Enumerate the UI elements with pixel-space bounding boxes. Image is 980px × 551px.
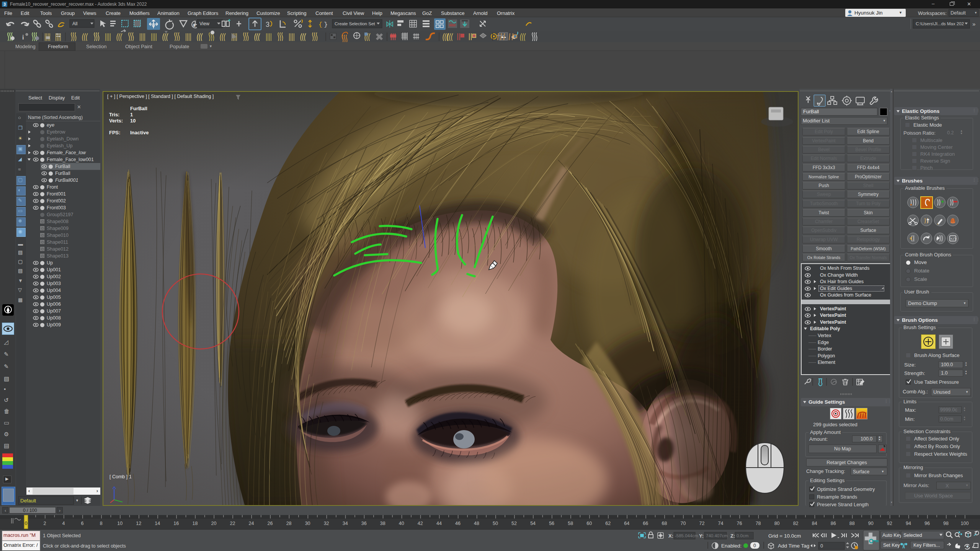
svg-text:52: 52 bbox=[511, 521, 517, 526]
svg-text:20: 20 bbox=[211, 521, 216, 526]
svg-text:Inactive: Inactive bbox=[130, 130, 149, 135]
svg-text:38: 38 bbox=[380, 521, 385, 526]
svg-text:4: 4 bbox=[62, 521, 65, 526]
svg-text:90: 90 bbox=[868, 521, 874, 526]
svg-text:Enabled:: Enabled: bbox=[721, 543, 742, 549]
svg-text:74: 74 bbox=[718, 521, 724, 526]
svg-text:All: All bbox=[72, 21, 77, 26]
svg-text:Create Selection Set: Create Selection Set bbox=[335, 21, 375, 26]
svg-text:C:\Users\JI...ds Max 202: C:\Users\JI...ds Max 202 bbox=[916, 21, 964, 26]
svg-text:70: 70 bbox=[680, 521, 686, 526]
svg-text:1: 1 bbox=[130, 112, 133, 117]
svg-text:18: 18 bbox=[192, 521, 198, 526]
svg-text:86: 86 bbox=[831, 521, 836, 526]
svg-text:3: 3 bbox=[193, 23, 195, 27]
svg-text:10: 10 bbox=[117, 521, 122, 526]
svg-text:3: 3 bbox=[266, 21, 270, 28]
svg-text:22: 22 bbox=[230, 521, 235, 526]
svg-text:98: 98 bbox=[943, 521, 949, 526]
svg-text:0: 0 bbox=[820, 543, 823, 549]
svg-text:60: 60 bbox=[586, 521, 592, 526]
svg-text:[ Comb ] 1: [ Comb ] 1 bbox=[109, 474, 132, 479]
svg-text:14: 14 bbox=[155, 521, 160, 526]
svg-text:58: 58 bbox=[568, 521, 573, 526]
svg-text:0: 0 bbox=[753, 543, 756, 548]
svg-text:Key Filters...: Key Filters... bbox=[913, 543, 940, 548]
svg-text:6: 6 bbox=[81, 521, 84, 526]
svg-text:76: 76 bbox=[737, 521, 742, 526]
svg-text:FPS:: FPS: bbox=[109, 130, 121, 135]
svg-text:8: 8 bbox=[100, 521, 103, 526]
svg-text:88: 88 bbox=[849, 521, 855, 526]
svg-text:Grid = 10.0cm: Grid = 10.0cm bbox=[768, 533, 801, 539]
svg-text:44: 44 bbox=[436, 521, 442, 526]
svg-text:36: 36 bbox=[361, 521, 367, 526]
svg-text:42: 42 bbox=[418, 521, 423, 526]
svg-text:96: 96 bbox=[924, 521, 930, 526]
svg-text:64: 64 bbox=[624, 521, 629, 526]
svg-text:26: 26 bbox=[268, 521, 273, 526]
svg-text:i: i bbox=[22, 34, 24, 41]
svg-text:2: 2 bbox=[44, 521, 46, 526]
svg-text:46: 46 bbox=[455, 521, 461, 526]
svg-text:68: 68 bbox=[662, 521, 667, 526]
svg-text:80: 80 bbox=[774, 521, 780, 526]
svg-text:16: 16 bbox=[173, 521, 179, 526]
svg-text:»: » bbox=[972, 21, 975, 27]
svg-text:</>: </> bbox=[951, 237, 957, 241]
svg-text:48: 48 bbox=[474, 521, 479, 526]
svg-text:30: 30 bbox=[305, 521, 310, 526]
svg-text:FurBall: FurBall bbox=[130, 106, 147, 111]
svg-text:54: 54 bbox=[530, 521, 536, 526]
svg-text:24: 24 bbox=[249, 521, 254, 526]
svg-text:72: 72 bbox=[699, 521, 704, 526]
svg-text:0.0cm: 0.0cm bbox=[737, 533, 748, 538]
svg-text:{: { bbox=[318, 21, 322, 28]
svg-text:92: 92 bbox=[887, 521, 892, 526]
svg-text:Y:: Y: bbox=[699, 533, 704, 539]
svg-text:740.407cm: 740.407cm bbox=[706, 533, 728, 538]
svg-text:View: View bbox=[199, 21, 209, 26]
svg-text:Selected: Selected bbox=[903, 533, 922, 538]
svg-text:84: 84 bbox=[812, 521, 817, 526]
svg-text:62: 62 bbox=[605, 521, 611, 526]
svg-text:Auto Key: Auto Key bbox=[882, 533, 902, 538]
svg-text:82: 82 bbox=[793, 521, 799, 526]
svg-text:12: 12 bbox=[136, 521, 141, 526]
svg-text:10: 10 bbox=[130, 118, 136, 124]
svg-text:100: 100 bbox=[961, 521, 969, 526]
svg-text:50: 50 bbox=[493, 521, 498, 526]
svg-text:}: } bbox=[324, 21, 328, 28]
svg-text:X:: X: bbox=[668, 533, 673, 539]
svg-text:40: 40 bbox=[399, 521, 404, 526]
svg-text:Tris:: Tris: bbox=[109, 112, 119, 117]
svg-text:-585.044cm: -585.044cm bbox=[675, 533, 698, 538]
svg-text:56: 56 bbox=[549, 521, 554, 526]
svg-text:28: 28 bbox=[286, 521, 292, 526]
svg-text:78: 78 bbox=[756, 521, 761, 526]
svg-text:Set Key: Set Key bbox=[883, 543, 900, 548]
svg-text:0: 0 bbox=[25, 521, 28, 526]
svg-text:94: 94 bbox=[906, 521, 911, 526]
svg-text:32: 32 bbox=[324, 521, 329, 526]
svg-text:Z:: Z: bbox=[730, 533, 735, 539]
svg-text:66: 66 bbox=[643, 521, 648, 526]
svg-text:Add Time Tag: Add Time Tag bbox=[778, 543, 809, 549]
svg-text:34: 34 bbox=[343, 521, 348, 526]
svg-text:[ + ] [ Perspective ] [ Standa: [ + ] [ Perspective ] [ Standard ] [ Def… bbox=[107, 94, 214, 99]
svg-text:Verts:: Verts: bbox=[109, 118, 123, 124]
